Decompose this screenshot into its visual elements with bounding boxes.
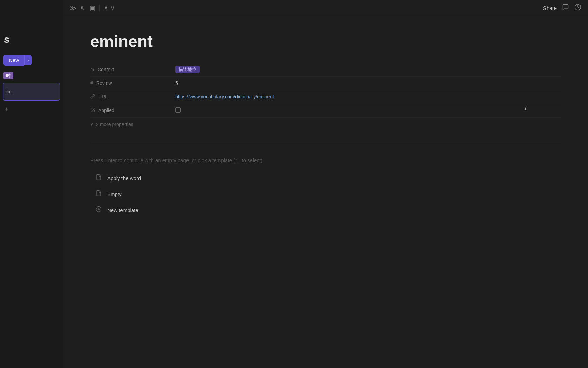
- review-icon: #: [90, 80, 93, 86]
- new-button-row: New ›: [0, 52, 63, 68]
- property-label-applied: Applied: [90, 108, 175, 113]
- sidebar-item-label: im: [6, 89, 12, 94]
- toolbar-left: ≫ ↖ ▣ ∧ ∨: [70, 4, 115, 12]
- sidebar-title: s: [0, 7, 63, 52]
- sidebar-add-row[interactable]: +: [0, 103, 63, 116]
- property-row-context: ⊙ Context 描述地位: [90, 63, 561, 77]
- back-icon[interactable]: ↖: [80, 4, 85, 12]
- template-file-icon-2: [96, 190, 102, 198]
- context-value[interactable]: 描述地位: [175, 66, 561, 73]
- page-title[interactable]: eminent: [90, 33, 561, 51]
- main-content: ≫ ↖ ▣ ∧ ∨ Share em: [63, 0, 588, 368]
- cursor-indicator: 𝐼: [525, 104, 527, 111]
- applied-value[interactable]: [175, 107, 561, 114]
- new-button-chevron[interactable]: ›: [24, 55, 32, 65]
- new-button[interactable]: New: [3, 55, 24, 66]
- property-label-review: # Review: [90, 80, 175, 86]
- more-properties-label: 2 more properties: [96, 122, 133, 127]
- toolbar-right: Share: [543, 4, 581, 12]
- history-button[interactable]: [574, 4, 581, 12]
- template-item-apply[interactable]: Apply the word: [90, 170, 561, 186]
- property-label-context: ⊙ Context: [90, 67, 175, 72]
- up-arrow-icon[interactable]: ∧: [104, 4, 108, 12]
- content-divider: [90, 142, 561, 142]
- url-value[interactable]: https://www.vocabulary.com/dictionary/em…: [175, 94, 561, 99]
- toolbar: ≫ ↖ ▣ ∧ ∨ Share: [63, 0, 588, 16]
- review-label: Review: [96, 80, 112, 86]
- url-label: URL: [98, 94, 108, 99]
- property-row-applied: Applied: [90, 104, 561, 118]
- applied-icon: [90, 108, 95, 113]
- template-list: Apply the word Empty: [90, 170, 561, 218]
- sidebar-selected-item[interactable]: im: [3, 83, 60, 101]
- share-button[interactable]: Share: [543, 5, 557, 11]
- template-file-icon-1: [96, 174, 102, 182]
- property-label-url: URL: [90, 94, 175, 100]
- review-value[interactable]: 5: [175, 80, 561, 86]
- template-label-new: New template: [107, 207, 138, 213]
- toolbar-divider: [99, 5, 100, 12]
- url-icon: [90, 94, 95, 100]
- properties-section: ⊙ Context 描述地位 # Review 5: [90, 63, 561, 131]
- sidebar: s New › 时 im +: [0, 0, 63, 368]
- property-row-url: URL https://www.vocabulary.com/dictionar…: [90, 90, 561, 104]
- template-item-new[interactable]: New template: [90, 202, 561, 218]
- property-row-review: # Review 5: [90, 77, 561, 90]
- checkbox-unchecked[interactable]: [175, 107, 181, 113]
- template-label-empty: Empty: [107, 191, 122, 197]
- template-label-apply: Apply the word: [107, 175, 141, 181]
- comment-button[interactable]: [562, 4, 569, 12]
- context-icon: ⊙: [90, 67, 94, 72]
- applied-label: Applied: [98, 108, 114, 113]
- down-arrow-icon[interactable]: ∨: [110, 4, 115, 12]
- template-hint: Press Enter to continue with an empty pa…: [90, 149, 561, 163]
- sidebar-tag: 时: [3, 72, 13, 79]
- layout-icon[interactable]: ▣: [89, 4, 95, 12]
- toolbar-nav: ∧ ∨: [104, 4, 115, 12]
- context-label: Context: [98, 67, 114, 72]
- plus-circle-icon: [96, 206, 102, 214]
- context-tag[interactable]: 描述地位: [175, 66, 200, 73]
- more-properties[interactable]: ∨ 2 more properties: [90, 118, 561, 131]
- page-body: eminent ⊙ Context 描述地位 # Review 5: [63, 16, 588, 368]
- plus-icon: +: [5, 106, 9, 113]
- template-item-empty[interactable]: Empty: [90, 186, 561, 202]
- forward-icon[interactable]: ≫: [70, 4, 76, 12]
- chevron-down-icon: ∨: [90, 122, 93, 127]
